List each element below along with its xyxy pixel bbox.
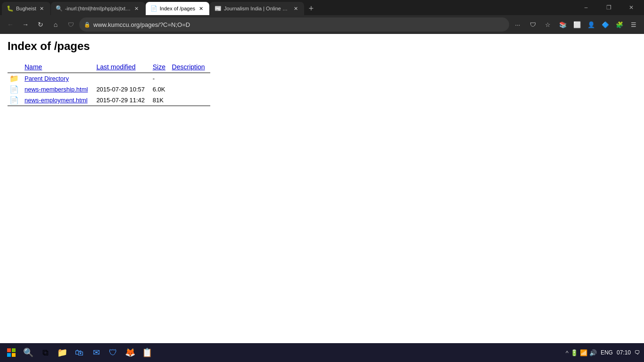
lock-icon: 🔒 [84,22,91,28]
page-title: Index of /pages [8,40,636,53]
close-button[interactable]: ✕ [620,0,642,15]
account-button[interactable]: 👤 [585,18,598,31]
nav-actions: ··· 🛡 ☆ [511,18,554,31]
battery-icon: 🔋 [570,349,578,356]
file-link[interactable]: news-membership.html [25,86,88,93]
firefox-icon[interactable]: 🦊 [123,345,138,360]
tab-index[interactable]: 📄 Index of /pages ✕ [146,2,209,15]
synced-tabs-button[interactable]: ⬜ [570,18,584,31]
browser-chrome: 🐛 Bugheist ✕ 🔍 -inurl:(html|html|php|pls… [0,0,644,34]
extensions-button[interactable]: 🧩 [613,18,626,31]
file-size-cell: 81K [151,95,170,106]
file-table: Name Last modified Size Description 📁Par… [8,62,210,106]
tab-bugheist[interactable]: 🐛 Bugheist ✕ [2,2,50,15]
bookmark-button[interactable]: ☆ [541,18,554,31]
task-view-icon[interactable]: ⧉ [38,345,53,360]
taskbar: 🔍 ⧉ 📁 🛍 ✉ 🛡 🦊 📋 ^ 🔋 📶 🔊 ENG 07:10 🗨 [0,343,644,362]
back-button[interactable]: ← [4,18,17,31]
address-text: www.kumccu.org/pages/?C=N;O=D [93,21,504,28]
taskbar-icons: 🔍 ⧉ 📁 🛍 ✉ 🛡 🦊 📋 [21,345,155,360]
tab-favicon-search: 🔍 [56,5,62,12]
tab-label-index: Index of /pages [160,6,195,11]
file-description-cell [170,84,210,95]
file-size-cell: - [151,73,170,84]
file-icon: 📄 [9,96,19,104]
notification-icon[interactable]: 🗨 [635,349,640,356]
file-icon-cell: 📁 [8,73,23,84]
pocket-button[interactable]: 🛡 [526,18,539,31]
search-taskbar-icon[interactable]: 🔍 [21,345,36,360]
window-controls: – ❐ ✕ [575,0,642,15]
title-bar: 🐛 Bugheist ✕ 🔍 -inurl:(html|html|php|pls… [0,0,644,15]
file-modified-cell: 2015-07-29 11:42 [94,95,150,106]
tab-journalism[interactable]: 📰 Journalism India | Online Journ... ✕ [210,2,304,15]
tab-label-journalism: Journalism India | Online Journ... [224,6,290,11]
description-sort-link[interactable]: Description [172,63,205,71]
col-icon-header [8,62,23,73]
tab-close-journalism[interactable]: ✕ [292,5,299,12]
menu-button[interactable]: ☰ [627,18,640,31]
library-button[interactable]: 📚 [556,18,570,31]
store-icon[interactable]: 🛍 [72,345,87,360]
tab-close-search[interactable]: ✕ [133,5,140,12]
reload-button[interactable]: ↻ [34,18,47,31]
tab-favicon-index: 📄 [150,5,157,12]
tab-label-search: -inurl:(html|html|php|pls|txt) in... [65,6,131,11]
defender-icon[interactable]: 🛡 [106,345,121,360]
size-sort-link[interactable]: Size [153,63,165,71]
tab-search[interactable]: 🔍 -inurl:(html|html|php|pls|txt) in... ✕ [51,2,145,15]
file-icon-cell: 📄 [8,95,23,106]
svg-rect-3 [12,353,16,357]
table-row: 📄news-membership.html2015-07-29 10:576.0… [8,84,210,95]
language-indicator: ENG [601,349,613,356]
tab-strip: 🐛 Bugheist ✕ 🔍 -inurl:(html|html|php|pls… [2,0,571,15]
col-size-header: Size [151,62,170,73]
table-row: 📄news-employment.html2015-07-29 11:4281K [8,95,210,106]
file-icon: 📄 [9,85,19,93]
network-icon: 📶 [580,349,587,356]
col-modified-header: Last modified [94,62,150,73]
tab-label-bugheist: Bugheist [16,6,36,11]
svg-rect-0 [7,348,11,352]
new-tab-button[interactable]: + [305,2,318,15]
home-button[interactable]: ⌂ [49,18,62,31]
shield-icon: 🛡 [64,18,77,31]
start-button[interactable] [4,345,19,360]
forward-button[interactable]: → [19,18,32,31]
file-link[interactable]: news-employment.html [25,97,88,104]
tab-close-index[interactable]: ✕ [197,5,205,12]
file-name-cell: news-employment.html [23,95,94,106]
file-name-cell: news-membership.html [23,84,94,95]
tab-close-bugheist[interactable]: ✕ [38,5,46,12]
container-button[interactable]: 🔷 [599,18,612,31]
tab-favicon-bugheist: 🐛 [7,5,13,12]
file-link[interactable]: Parent Directory [25,75,69,82]
more-options-button[interactable]: ··· [511,18,524,31]
file-modified-cell [94,73,150,84]
file-icon-cell: 📄 [8,84,23,95]
modified-sort-link[interactable]: Last modified [96,63,135,71]
sys-icons: ^ 🔋 📶 🔊 [566,349,597,356]
tab-favicon-journalism: 📰 [215,5,221,12]
svg-rect-2 [7,353,11,357]
page-content: Index of /pages Name Last modified Size … [0,34,644,343]
mail-icon[interactable]: ✉ [89,345,104,360]
col-description-header: Description [170,62,210,73]
file-description-cell [170,73,210,84]
file-explorer-icon[interactable]: 📁 [55,345,70,360]
file-size-cell: 6.0K [151,84,170,95]
minimize-button[interactable]: – [575,0,597,15]
maximize-button[interactable]: ❐ [598,0,619,15]
file-modified-cell: 2015-07-29 10:57 [94,84,150,95]
name-sort-link[interactable]: Name [25,63,42,71]
clock: 07:10 [617,349,631,356]
svg-rect-1 [12,348,16,352]
taskbar-right: ^ 🔋 📶 🔊 ENG 07:10 🗨 [566,349,640,356]
chevron-icon[interactable]: ^ [566,349,569,356]
address-domain: www.kumccu.org/pages/?C=N;O=D [93,21,190,28]
volume-icon: 🔊 [589,349,597,356]
notes-icon[interactable]: 📋 [140,345,155,360]
address-bar[interactable]: 🔒 www.kumccu.org/pages/?C=N;O=D [79,17,509,32]
toolbar-right: 📚 ⬜ 👤 🔷 🧩 ☰ [556,18,640,31]
table-row: 📁Parent Directory- [8,73,210,84]
